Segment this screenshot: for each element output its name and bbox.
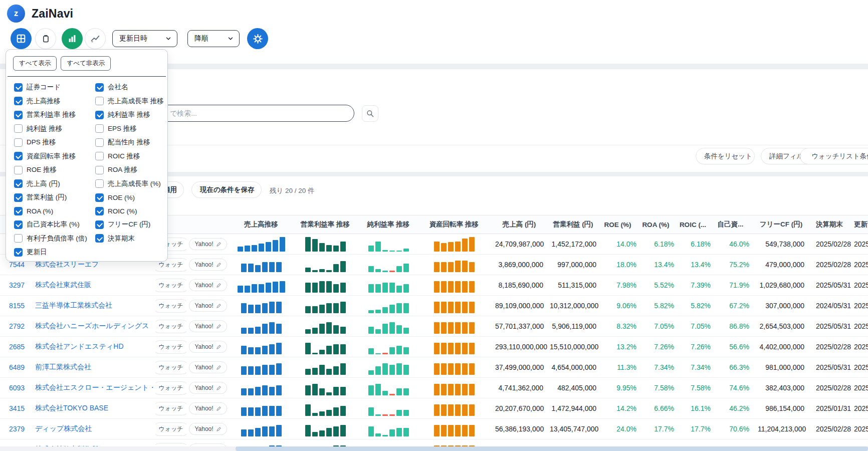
checkbox[interactable]: [14, 166, 23, 174]
yahoo-edit-button[interactable]: Yahoo!: [189, 382, 227, 394]
checkbox[interactable]: [95, 97, 104, 105]
horizontal-scrollbar-thumb[interactable]: [236, 446, 868, 451]
column-toggle[interactable]: 有利子負債倍率 (倍): [14, 234, 94, 243]
column-toggle[interactable]: 会社名: [95, 83, 165, 92]
checkbox[interactable]: [95, 111, 104, 119]
stock-code-link[interactable]: 7544: [0, 261, 35, 269]
checkbox[interactable]: [95, 193, 104, 202]
stock-code-link[interactable]: 3415: [0, 404, 35, 412]
checkbox[interactable]: [14, 220, 23, 229]
bar-chart-view-button[interactable]: [62, 28, 83, 49]
search-button[interactable]: [362, 105, 378, 122]
company-name-link[interactable]: 株式会社エスクロー・エージェント・...: [35, 383, 155, 392]
column-toggle[interactable]: ROA (%): [14, 207, 94, 215]
watch-button[interactable]: ウォッチ: [155, 340, 186, 354]
checkbox[interactable]: [14, 97, 23, 105]
column-toggle[interactable]: 純利益率 推移: [95, 110, 165, 119]
column-toggle[interactable]: 更新日: [14, 248, 94, 257]
column-toggle[interactable]: 営業利益率 推移: [14, 110, 94, 119]
stock-code-link[interactable]: 2792: [0, 322, 35, 330]
yahoo-edit-button[interactable]: Yahoo!: [189, 341, 227, 353]
checkbox[interactable]: [14, 193, 23, 202]
company-name-link[interactable]: ディップ株式会社: [35, 424, 155, 433]
checkbox[interactable]: [14, 179, 23, 188]
company-name-link[interactable]: 株式会社アンドエスティHD: [35, 342, 155, 351]
stock-code-link[interactable]: 2379: [0, 425, 35, 433]
reset-conditions-button[interactable]: 条件をリセット: [696, 148, 755, 164]
checkbox-label: ROIC (%): [108, 207, 137, 215]
company-name-link[interactable]: 三益半導体工業株式会社: [35, 301, 155, 310]
column-toggle[interactable]: 純利益 推移: [14, 124, 94, 133]
watch-button[interactable]: ウォッチ: [155, 402, 186, 415]
watchlist-conditions-button[interactable]: ウォッチリスト条件: [800, 148, 868, 164]
checkbox[interactable]: [95, 220, 104, 229]
column-toggle[interactable]: 自己資本比率 (%): [14, 220, 94, 229]
checkbox[interactable]: [95, 166, 104, 174]
yahoo-edit-button[interactable]: Yahoo!: [189, 279, 227, 291]
column-toggle[interactable]: 決算期末: [95, 234, 165, 243]
column-toggle[interactable]: ROIC 推移: [95, 152, 165, 161]
yahoo-edit-button[interactable]: Yahoo!: [189, 300, 227, 312]
column-toggle[interactable]: ROE 推移: [14, 165, 94, 174]
column-toggle[interactable]: 売上高 (円): [14, 179, 94, 188]
checkbox[interactable]: [14, 248, 23, 257]
column-toggle[interactable]: 証券コード: [14, 83, 94, 92]
company-name-link[interactable]: 前澤工業株式会社: [35, 363, 155, 372]
checkbox[interactable]: [95, 234, 104, 243]
checkbox[interactable]: [14, 207, 23, 215]
watch-button[interactable]: ウォッチ: [155, 361, 186, 374]
checkbox[interactable]: [14, 138, 23, 147]
stock-code-link[interactable]: 6093: [0, 384, 35, 392]
sort-order-select[interactable]: 降順: [187, 30, 240, 47]
column-toggle[interactable]: DPS 推移: [14, 138, 94, 147]
column-toggle[interactable]: ROA 推移: [95, 165, 165, 174]
yahoo-edit-button[interactable]: Yahoo!: [189, 320, 227, 332]
column-toggle[interactable]: 配当性向 推移: [95, 138, 165, 147]
stock-code-link[interactable]: 6489: [0, 363, 35, 371]
yahoo-edit-button[interactable]: Yahoo!: [189, 259, 227, 271]
stock-code-link[interactable]: 2685: [0, 343, 35, 351]
stock-code-link[interactable]: 8155: [0, 302, 35, 310]
column-toggle[interactable]: ROE (%): [95, 193, 165, 202]
column-toggle[interactable]: 売上高成長率 (%): [95, 179, 165, 188]
company-name-link[interactable]: 株式会社東武住販: [35, 281, 155, 290]
yahoo-edit-button[interactable]: Yahoo!: [189, 423, 227, 435]
watch-button[interactable]: ウォッチ: [155, 422, 186, 436]
checkbox[interactable]: [14, 234, 23, 243]
checkbox[interactable]: [14, 124, 23, 133]
table-view-button[interactable]: [11, 28, 32, 49]
checkbox[interactable]: [95, 83, 104, 92]
checkbox[interactable]: [95, 207, 104, 215]
column-toggle[interactable]: 営業利益 (円): [14, 193, 94, 202]
yahoo-edit-button[interactable]: Yahoo!: [189, 238, 227, 250]
hide-all-button[interactable]: すべて非表示: [61, 56, 111, 71]
column-toggle[interactable]: ROIC (%): [95, 207, 165, 215]
watch-button[interactable]: ウォッチ: [155, 279, 186, 292]
checkbox[interactable]: [95, 179, 104, 188]
sort-field-select[interactable]: 更新日時: [112, 30, 177, 47]
checkbox[interactable]: [14, 83, 23, 92]
column-toggle[interactable]: 売上高推移: [14, 97, 94, 106]
company-name-link[interactable]: 株式会社TOKYO BASE: [35, 404, 155, 413]
checkbox[interactable]: [14, 152, 23, 160]
save-conditions-button[interactable]: 現在の条件を保存: [191, 181, 262, 198]
show-all-button[interactable]: すべて表示: [13, 56, 57, 71]
stock-code-link[interactable]: 3297: [0, 281, 35, 289]
checkbox[interactable]: [14, 111, 23, 119]
watch-button[interactable]: ウォッチ: [155, 299, 186, 313]
checkbox[interactable]: [95, 152, 104, 160]
column-toggle[interactable]: EPS 推移: [95, 124, 165, 133]
checkbox[interactable]: [95, 138, 104, 147]
column-toggle[interactable]: 売上高成長率 推移: [95, 97, 165, 106]
line-chart-view-button[interactable]: [85, 28, 106, 49]
column-toggle[interactable]: 資産回転率 推移: [14, 152, 94, 161]
watch-button[interactable]: ウォッチ: [155, 320, 186, 333]
company-name-link[interactable]: 株式会社ハニーズホールディングス: [35, 322, 155, 331]
yahoo-edit-button[interactable]: Yahoo!: [189, 402, 227, 414]
checkbox[interactable]: [95, 124, 104, 133]
yahoo-edit-button[interactable]: Yahoo!: [189, 361, 227, 373]
copy-button[interactable]: [35, 28, 56, 49]
settings-button[interactable]: [247, 28, 268, 49]
watch-button[interactable]: ウォッチ: [155, 381, 186, 395]
column-toggle[interactable]: フリーCF (円): [95, 220, 165, 229]
